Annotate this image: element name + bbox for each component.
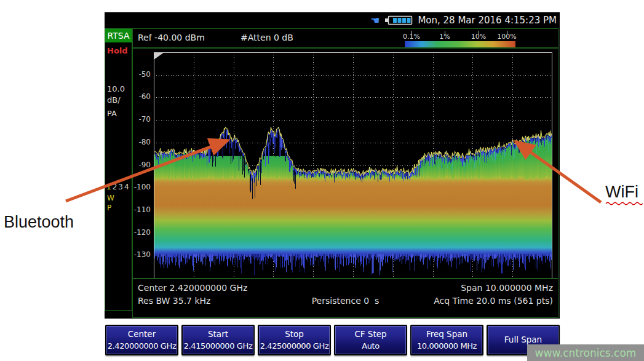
footer-annotation: Center 2.420000000 GHz Span 10.000000 MH… bbox=[132, 279, 559, 318]
y-axis-label: -120 bbox=[134, 228, 151, 237]
trace-detector-indicator: W bbox=[107, 194, 114, 202]
y-axis-label: -50 bbox=[138, 70, 151, 79]
softkey-value: 2.415000000 GHz bbox=[184, 341, 253, 352]
y-axis-label: -60 bbox=[138, 92, 151, 101]
trace-state-indicator: P bbox=[107, 204, 111, 212]
mode-badge: RTSA bbox=[105, 29, 132, 42]
watermark: www.cntronics.com bbox=[527, 344, 644, 361]
scale-per-div-value: 10.0 bbox=[107, 84, 125, 93]
persistence-readout: Persistence 0 s bbox=[312, 296, 380, 306]
softkey-value: 2.425000000 GHz bbox=[260, 341, 329, 352]
colorbar-label: 0.1% bbox=[403, 33, 420, 41]
center-freq-readout: Center 2.420000000 GHz bbox=[138, 283, 247, 293]
softkey-row: Center2.420000000 GHzStart2.415000000 GH… bbox=[105, 325, 560, 355]
datetime-text: Mon, 28 Mar 2016 4:15:23 PM bbox=[418, 15, 557, 26]
softkey-value: 2.420000000 GHz bbox=[108, 341, 177, 352]
acq-time-readout: Acq Time 20.0 ms (561 pts) bbox=[434, 296, 553, 306]
softkey-label: Freq Span bbox=[426, 328, 467, 341]
softkey-center[interactable]: Center2.420000000 GHz bbox=[105, 325, 178, 355]
trace-number-active: 1 bbox=[106, 183, 113, 191]
span-readout: Span 10.000000 MHz bbox=[461, 283, 553, 293]
wifi-label-text: WiFi bbox=[605, 183, 638, 201]
softkey-start[interactable]: Start2.415000000 GHz bbox=[181, 325, 255, 355]
y-axis-label: -100 bbox=[134, 183, 151, 191]
colorbar-label: 10% bbox=[471, 33, 486, 41]
touch-pointer-icon: ☚ bbox=[370, 15, 380, 26]
attenuation-readout: #Atten 0 dB bbox=[241, 33, 293, 42]
softkey-label: Center bbox=[128, 328, 156, 341]
preamp-indicator: PA bbox=[107, 109, 117, 118]
y-axis-label: -90 bbox=[138, 161, 151, 169]
battery-icon bbox=[384, 15, 413, 25]
softkey-label: Start bbox=[208, 328, 228, 341]
softkey-value: 10.000000 MHz bbox=[417, 341, 477, 352]
y-axis-label: -130 bbox=[134, 250, 151, 259]
softkey-value: Auto bbox=[362, 341, 380, 352]
y-axis-labels: -50-60-70-80-90-100-110-120-130 bbox=[132, 52, 153, 278]
y-axis-label: -110 bbox=[134, 205, 151, 214]
battery-bars bbox=[393, 18, 411, 23]
bluetooth-label: Bluetooth bbox=[4, 213, 74, 232]
density-colorbar: 0.1%1%10%100% bbox=[402, 30, 555, 47]
softkey-cf-step[interactable]: CF StepAuto bbox=[334, 325, 407, 355]
trace-numbers: 1234 bbox=[106, 183, 130, 191]
y-axis-label: -70 bbox=[138, 115, 151, 124]
softkey-stop[interactable]: Stop2.425000000 GHz bbox=[258, 325, 331, 355]
titlebar: ☚ Mon, 28 Mar 2016 4:15:23 PM bbox=[105, 12, 560, 28]
softkey-label: CF Step bbox=[354, 328, 386, 341]
hold-indicator: Hold bbox=[107, 46, 128, 55]
ref-level-readout: Ref -40.00 dBm bbox=[138, 33, 205, 42]
softkey-label: Stop bbox=[285, 328, 304, 341]
res-bw-readout: Res BW 35.7 kHz bbox=[138, 296, 210, 306]
page: ☚ Mon, 28 Mar 2016 4:15:23 PM Ref -40.00… bbox=[0, 0, 644, 361]
sidebar: RTSA Hold 10.0 dB/ PA 1234 W P bbox=[105, 28, 132, 311]
header-row: Ref -40.00 dBm #Atten 0 dB 0.1%1%10%100% bbox=[132, 28, 559, 48]
trace-numbers-inactive: 234 bbox=[113, 183, 130, 191]
colorbar-label: 1% bbox=[439, 33, 450, 41]
y-axis-label: -80 bbox=[138, 138, 151, 146]
softkey-freq-span[interactable]: Freq Span10.000000 MHz bbox=[410, 325, 483, 355]
wifi-squiggle-underline bbox=[605, 202, 643, 205]
scale-per-div-unit: dB/ bbox=[107, 95, 121, 105]
colorbar-gradient bbox=[405, 41, 515, 47]
wifi-label: WiFi bbox=[605, 183, 643, 205]
colorbar-label: 100% bbox=[497, 33, 516, 41]
spectrum-canvas bbox=[154, 52, 552, 278]
